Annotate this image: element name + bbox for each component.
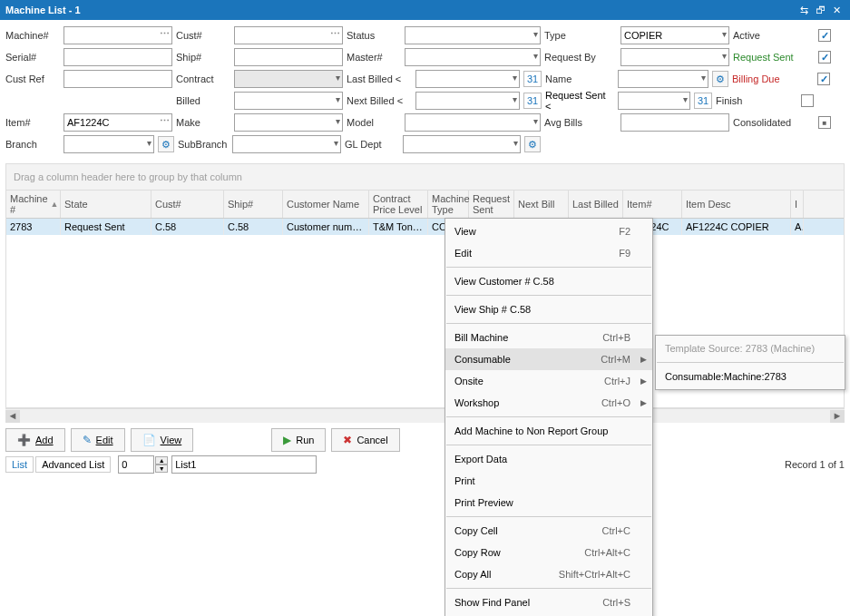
- combo-name[interactable]: ▾: [618, 70, 708, 88]
- chevron-down-icon[interactable]: ▾: [336, 116, 340, 126]
- input-machine-no[interactable]: ⋯: [64, 26, 172, 44]
- group-panel[interactable]: Drag a column header here to group by th…: [5, 163, 845, 191]
- column-header[interactable]: I: [791, 191, 804, 218]
- view-button[interactable]: 📄View: [131, 428, 194, 452]
- chevron-down-icon[interactable]: ▾: [513, 73, 517, 83]
- calendar-icon[interactable]: 31: [523, 93, 542, 109]
- context-menu[interactable]: ViewF2 EditF9 View Customer # C.58 View …: [445, 218, 653, 616]
- combo-model[interactable]: ▾: [405, 113, 541, 132]
- menu-export-data[interactable]: Export Data: [445, 448, 652, 470]
- chevron-down-icon[interactable]: ▾: [513, 94, 517, 104]
- input-custref[interactable]: [64, 70, 172, 88]
- column-header[interactable]: Last Billed: [569, 191, 623, 218]
- cell[interactable]: 2783: [6, 219, 61, 235]
- checkbox-billing-due[interactable]: [817, 73, 830, 85]
- ellipsis-icon[interactable]: ⋯: [330, 28, 340, 40]
- menu-view-customer[interactable]: View Customer # C.58: [445, 270, 652, 292]
- scroll-left-icon[interactable]: ◄: [5, 410, 20, 423]
- menu-copy-cell[interactable]: Copy CellCtrl+C: [445, 520, 652, 542]
- submenu-consumable-machine[interactable]: Consumable:Machine:2783: [656, 366, 845, 387]
- ellipsis-icon[interactable]: ⋯: [160, 28, 170, 40]
- cell[interactable]: C.58: [151, 219, 224, 235]
- column-header[interactable]: Next Bill: [514, 191, 569, 218]
- cell[interactable]: T&M Toner -: [369, 219, 428, 235]
- run-button[interactable]: ▶Run: [271, 428, 326, 452]
- input-ship[interactable]: [234, 48, 343, 66]
- cell[interactable]: Customer number: [283, 219, 369, 235]
- restore-icon[interactable]: 🗗: [812, 5, 828, 15]
- add-button[interactable]: ➕Add: [5, 428, 65, 452]
- menu-print-preview[interactable]: Print Preview: [445, 492, 652, 513]
- combo-request-sent-lt[interactable]: ▾: [618, 92, 690, 110]
- column-header[interactable]: Item#: [623, 191, 682, 218]
- column-header[interactable]: Ship#: [224, 191, 283, 218]
- chevron-down-icon[interactable]: ▾: [683, 94, 688, 104]
- horizontal-scrollbar[interactable]: ◄ ►: [5, 408, 845, 423]
- chevron-down-icon[interactable]: ▾: [513, 138, 518, 148]
- cell[interactable]: C.58: [224, 219, 283, 235]
- menu-view-ship[interactable]: View Ship # C.58: [445, 298, 652, 320]
- chevron-down-icon[interactable]: ▾: [533, 51, 538, 61]
- ellipsis-icon[interactable]: ⋯: [160, 115, 170, 127]
- menu-copy-row[interactable]: Copy RowCtrl+Alt+C: [445, 542, 652, 563]
- column-header[interactable]: Item Desc: [682, 191, 791, 218]
- spinner-down-icon[interactable]: ▼: [155, 464, 168, 473]
- column-header[interactable]: Contract Price Level: [369, 191, 428, 218]
- input-serial[interactable]: [64, 48, 172, 66]
- column-header[interactable]: Customer Name: [283, 191, 369, 218]
- chevron-down-icon[interactable]: ▾: [722, 29, 727, 39]
- cell[interactable]: AF1224C COPIER: [682, 219, 791, 235]
- calendar-icon[interactable]: 31: [694, 93, 712, 109]
- input-cust-no[interactable]: ⋯: [234, 26, 343, 44]
- combo-contract[interactable]: ▾: [234, 70, 343, 88]
- input-item[interactable]: AF1224C⋯: [64, 113, 172, 132]
- cell[interactable]: Request Sent: [61, 219, 151, 235]
- combo-billed[interactable]: ▾: [234, 92, 343, 110]
- chevron-down-icon[interactable]: ▾: [147, 138, 151, 148]
- menu-show-find[interactable]: Show Find PanelCtrl+S: [445, 592, 652, 613]
- chevron-down-icon[interactable]: ▾: [533, 29, 538, 39]
- checkbox-consolidated[interactable]: [818, 116, 831, 129]
- scroll-right-icon[interactable]: ►: [830, 410, 845, 423]
- combo-nextbilled[interactable]: ▾: [415, 92, 520, 110]
- chevron-down-icon[interactable]: ▾: [701, 73, 706, 83]
- menu-workshop[interactable]: WorkshopCtrl+O▶: [445, 392, 652, 414]
- tab-list[interactable]: List: [5, 456, 34, 473]
- menu-view[interactable]: ViewF2: [445, 220, 652, 242]
- combo-lastbilled[interactable]: ▾: [415, 70, 520, 88]
- table-row[interactable]: 2783Request SentC.58C.58Customer numberT…: [6, 219, 844, 235]
- column-header[interactable]: Cust#: [151, 191, 224, 218]
- menu-consumable[interactable]: ConsumableCtrl+M▶: [445, 348, 652, 370]
- consumable-submenu[interactable]: Template Source: 2783 (Machine) Consumab…: [655, 335, 845, 390]
- gear-icon[interactable]: ⚙: [158, 136, 174, 152]
- tab-advanced-list[interactable]: Advanced List: [35, 456, 111, 473]
- cancel-button[interactable]: ✖Cancel: [331, 428, 399, 452]
- spinner-up-icon[interactable]: ▲: [155, 456, 168, 464]
- edit-button[interactable]: ✎Edit: [71, 428, 125, 452]
- chevron-down-icon[interactable]: ▾: [336, 94, 340, 104]
- chevron-down-icon[interactable]: ▾: [722, 51, 727, 61]
- combo-make[interactable]: ▾: [234, 113, 343, 132]
- chevron-down-icon[interactable]: ▾: [336, 73, 340, 83]
- combo-gldept[interactable]: ▾: [403, 135, 521, 153]
- checkbox-active[interactable]: [818, 29, 831, 42]
- column-header[interactable]: Machine Type: [428, 191, 469, 218]
- checkbox-request-sent[interactable]: [818, 51, 831, 64]
- combo-branch[interactable]: ▾: [64, 135, 154, 153]
- menu-edit[interactable]: EditF9: [445, 242, 652, 264]
- menu-copy-all[interactable]: Copy AllShift+Ctrl+Alt+C: [445, 563, 652, 585]
- chevron-down-icon[interactable]: ▾: [334, 138, 338, 148]
- combo-type[interactable]: COPIER▾: [620, 26, 729, 44]
- menu-bill-machine[interactable]: Bill MachineCtrl+B: [445, 327, 652, 348]
- close-icon[interactable]: ✕: [828, 5, 845, 16]
- pin-icon[interactable]: ⇆: [796, 5, 812, 16]
- gear-icon[interactable]: ⚙: [712, 71, 728, 87]
- menu-print[interactable]: Print: [445, 470, 652, 492]
- combo-status[interactable]: ▾: [405, 26, 541, 44]
- combo-subbranch[interactable]: ▾: [232, 135, 341, 153]
- menu-add-non-report[interactable]: Add Machine to Non Report Group: [445, 420, 652, 442]
- combo-request-by[interactable]: ▾: [620, 48, 729, 66]
- checkbox-finish[interactable]: [801, 94, 814, 107]
- chevron-down-icon[interactable]: ▾: [533, 116, 538, 126]
- menu-onsite[interactable]: OnsiteCtrl+J▶: [445, 370, 652, 392]
